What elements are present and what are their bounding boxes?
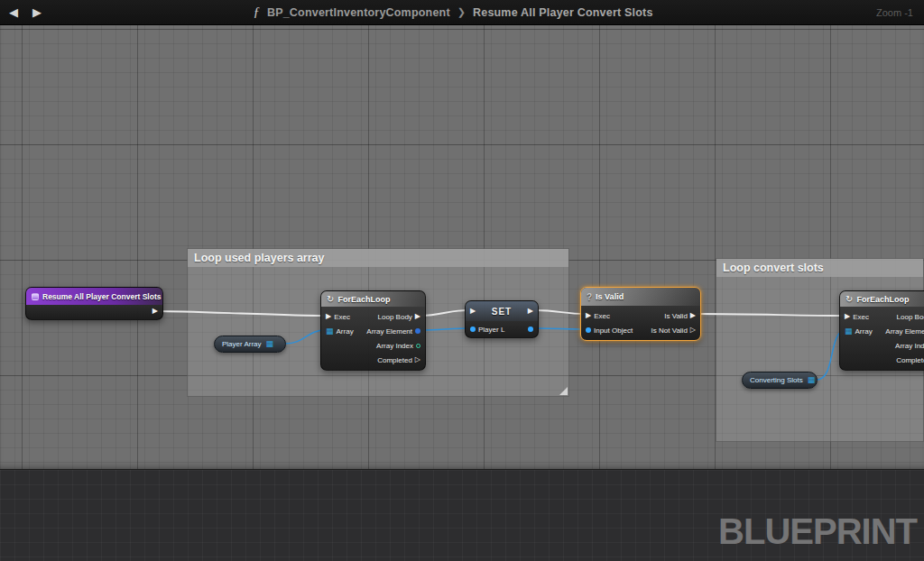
converting-slots-variable-node[interactable]: Converting Slots ▦ <box>742 372 818 389</box>
exec-in-pin[interactable]: ▶ <box>845 313 850 320</box>
pin-label: Array Index <box>895 342 924 350</box>
loop-icon: ↻ <box>327 294 334 304</box>
node-title: SET <box>492 307 512 317</box>
top-toolbar: ◀ ▶ ƒ BP_ConvertInventoryComponent ❯ Res… <box>0 0 924 25</box>
pin-label: Array <box>855 327 873 336</box>
pin-label: Exec <box>853 313 869 321</box>
node-title: Resume All Player Convert Slots <box>42 292 161 301</box>
input-object-pin[interactable] <box>586 327 591 333</box>
loop-body-pin[interactable]: ▶ <box>415 313 420 320</box>
array-output-pin[interactable]: ▦ <box>266 340 274 348</box>
pin-label: Loop Body <box>378 313 412 321</box>
node-title: ForEachLoop <box>337 295 390 304</box>
back-button[interactable]: ◀ <box>9 5 18 19</box>
node-title: Is Valid <box>596 292 624 301</box>
pin-label: Input Object <box>594 326 633 335</box>
exec-in-pin[interactable]: ▶ <box>326 313 331 320</box>
foreach-loop-node-2[interactable]: ↻ ForEachLoop ▶ Exec Loop Body ▶ ▦ Array <box>839 290 924 371</box>
player-array-variable-node[interactable]: Player Array ▦ <box>214 336 286 353</box>
loop-icon: ↻ <box>845 294 853 304</box>
node-header: ↻ ForEachLoop <box>321 291 425 307</box>
breadcrumb-current[interactable]: Resume All Player Convert Slots <box>473 6 653 19</box>
pin-label: Loop Body <box>897 313 924 321</box>
pin-label: Exec <box>334 313 350 321</box>
array-pin-icon[interactable]: ▦ <box>845 327 853 336</box>
pin-label: Is Valid <box>664 312 688 320</box>
comment-header[interactable]: Loop used players array <box>188 249 568 267</box>
pin-label: Player L <box>478 326 504 334</box>
array-element-pin[interactable] <box>415 328 420 334</box>
array-output-pin[interactable]: ▦ <box>808 376 816 384</box>
breadcrumb: ƒ BP_ConvertInventoryComponent ❯ Resume … <box>63 5 843 20</box>
event-node-header: Resume All Player Convert Slots <box>26 288 162 305</box>
array-index-pin[interactable] <box>416 344 420 348</box>
pin-label: Array Element <box>885 327 924 336</box>
node-header: ↻ ForEachLoop <box>840 291 924 307</box>
breadcrumb-root[interactable]: BP_ConvertInventoryComponent <box>267 6 450 19</box>
value-output-pin[interactable] <box>528 326 533 332</box>
pin-label: Array Index <box>376 342 413 350</box>
node-title: ForEachLoop <box>856 295 909 304</box>
player-input-pin[interactable] <box>470 326 476 332</box>
is-not-valid-pin[interactable]: ▷ <box>690 326 696 334</box>
pin-label: Is Not Valid <box>651 326 688 335</box>
set-node-header: ▶ SET ▶ <box>466 301 538 321</box>
variable-label: Converting Slots <box>750 376 803 384</box>
zoom-indicator: Zoom -1 <box>843 7 924 18</box>
is-valid-pin[interactable]: ▶ <box>690 312 696 319</box>
question-mark-icon: ? <box>587 292 592 302</box>
pin-label: Completed <box>377 356 412 364</box>
blueprint-watermark: BLUEPRINT <box>718 511 917 552</box>
nav-history: ◀ ▶ <box>0 5 63 19</box>
completed-pin[interactable]: ▷ <box>415 356 420 363</box>
pin-label: Array Element <box>366 327 412 336</box>
exec-in-pin[interactable]: ▶ <box>470 308 476 315</box>
event-node-resume-all-player-convert-slots[interactable]: Resume All Player Convert Slots ▶ <box>25 287 163 320</box>
foreach-loop-node-1[interactable]: ↻ ForEachLoop ▶ Exec Loop Body ▶ ▦ Array <box>320 290 426 371</box>
is-valid-node[interactable]: ? Is Valid ▶ Exec Is Valid ▶ Input Objec… <box>580 287 701 341</box>
breadcrumb-chevron-icon: ❯ <box>457 6 466 18</box>
exec-out-pin[interactable]: ▶ <box>528 308 533 315</box>
pin-label: Exec <box>594 312 610 320</box>
graph-canvas[interactable]: Loop used players array Loop convert slo… <box>0 25 924 469</box>
resize-grip[interactable] <box>559 387 568 395</box>
node-header: ? Is Valid <box>581 288 700 306</box>
pin-label: Array <box>337 327 354 336</box>
comment-header[interactable]: Loop convert slots <box>716 259 923 277</box>
event-icon <box>32 293 39 300</box>
forward-button[interactable]: ▶ <box>32 5 42 19</box>
lower-panel: BLUEPRINT <box>0 469 924 561</box>
function-icon: ƒ <box>253 5 260 20</box>
exec-in-pin[interactable]: ▶ <box>586 312 591 319</box>
variable-label: Player Array <box>222 340 262 348</box>
set-node-player[interactable]: ▶ SET ▶ Player L <box>465 300 539 338</box>
pin-label: Completed <box>896 356 924 364</box>
exec-out-pin[interactable]: ▶ <box>152 308 158 315</box>
array-pin-icon[interactable]: ▦ <box>326 327 334 336</box>
